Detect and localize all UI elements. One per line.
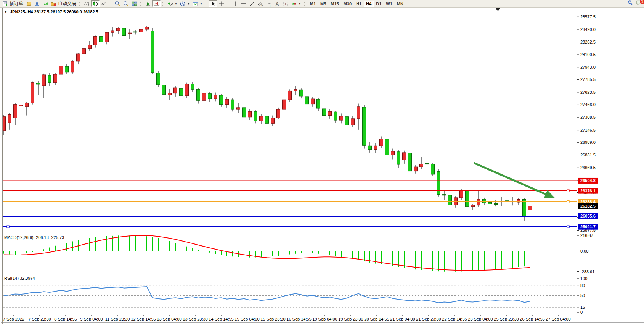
arrows-button[interactable]: ▼ — [290, 0, 302, 7]
timeframe-h1-button[interactable]: H1 — [354, 1, 364, 7]
macd-histogram-bar — [175, 243, 176, 251]
search-button[interactable] — [627, 0, 633, 7]
macd-histogram-bar — [318, 251, 319, 254]
time-tick-label: 15 Sep 04:00 — [234, 317, 259, 321]
macd-histogram-bar — [301, 251, 302, 253]
macd-tick-label: 0.00 — [580, 249, 588, 253]
templates-icon — [192, 1, 198, 7]
line-chart-button[interactable] — [100, 0, 108, 7]
macd-histogram-bar — [507, 251, 507, 268]
toolbar-separator — [304, 1, 306, 6]
zoom-in-button[interactable] — [113, 0, 122, 7]
time-tick-label: 25 Sep 23:30 — [494, 317, 519, 321]
horizontal-line-button[interactable] — [239, 0, 248, 7]
auto-scroll-button[interactable] — [144, 0, 152, 7]
svg-text:T: T — [284, 2, 287, 6]
timeframe-h4-button[interactable]: H4 — [364, 1, 374, 7]
candle-body — [334, 112, 337, 120]
candle-body — [128, 33, 132, 34]
timeframe-m30-button[interactable]: M30 — [341, 1, 354, 7]
candle-body — [174, 88, 177, 93]
macd-histogram-bar — [352, 251, 353, 259]
candle-body — [265, 116, 269, 124]
price-tick-label: 28100.5 — [580, 52, 596, 57]
time-tick-label: 22 Sep 14:55 — [442, 317, 467, 321]
bar-chart-button[interactable] — [83, 0, 91, 7]
timeframe-w1-button[interactable]: W1 — [384, 1, 395, 7]
price-tick-label: 27466.0 — [580, 102, 596, 107]
equidistant-channel-button[interactable]: E — [256, 0, 265, 7]
hline-handle[interactable] — [7, 226, 9, 228]
macd-histogram-bar — [272, 251, 273, 256]
price-label-26182.5: 26182.5 — [578, 203, 598, 209]
hline-handle[interactable] — [567, 201, 569, 203]
text-button[interactable]: A — [273, 0, 281, 7]
crosshair-button[interactable] — [217, 0, 226, 7]
timeframe-m5-button[interactable]: M5 — [318, 1, 328, 7]
macd-histogram-bar — [307, 251, 307, 253]
rsi-tick-label: 80 — [580, 283, 585, 288]
candle-body — [254, 111, 257, 121]
macd-histogram-bar — [26, 251, 27, 253]
price-label-26055.6: 26055.6 — [578, 213, 598, 219]
trend-line-button[interactable] — [248, 0, 256, 7]
candle-body — [100, 37, 103, 42]
macd-panel: 216.670.00-283.61 — [3, 233, 594, 274]
hline-handle[interactable] — [567, 190, 569, 192]
autotrading-button[interactable]: 自动交易 — [50, 0, 77, 7]
time-tick-label: 19 Sep 04:00 — [312, 317, 337, 321]
price-label-25921.7: 25921.7 — [578, 224, 598, 230]
candle-body — [65, 66, 69, 72]
fibonacci-button[interactable]: F — [265, 0, 273, 7]
toolbar-separator — [79, 1, 81, 6]
candle-body — [88, 45, 92, 48]
periods-button[interactable]: ▼ — [178, 0, 191, 7]
macd-histogram-bar — [9, 251, 10, 255]
vertical-line-button[interactable] — [231, 0, 239, 7]
candle-body — [345, 117, 349, 125]
charts-button[interactable] — [24, 0, 33, 7]
timeframe-mn-button[interactable]: MN — [395, 1, 406, 7]
candlestick-chart-button[interactable] — [91, 0, 100, 7]
macd-histogram-bar — [106, 236, 107, 251]
timeframe-m15-button[interactable]: M15 — [328, 1, 341, 7]
macd-histogram-bar — [66, 243, 67, 251]
zoom-in-icon — [114, 1, 120, 7]
macd-histogram-bar — [215, 251, 216, 254]
macd-histogram-bar — [89, 238, 90, 251]
macd-histogram-bar — [432, 251, 433, 271]
candle-body — [323, 109, 326, 116]
hline-handle[interactable] — [567, 226, 569, 228]
chart-shift-marker[interactable] — [496, 8, 500, 11]
macd-indicator-label: MACD(12,26,9) -206.13 -225.73 — [4, 235, 64, 240]
candle-body — [42, 75, 46, 86]
time-tick-label: 13 Sep 04:00 — [157, 317, 181, 321]
chart-left-border — [2, 7, 3, 324]
text-label-button[interactable]: T — [281, 0, 290, 7]
candle-body — [157, 73, 160, 85]
macd-histogram-bar — [135, 236, 136, 251]
time-axis[interactable]: 7 Sep 20227 Sep 23:308 Sep 14:559 Sep 04… — [3, 315, 571, 321]
chart-dropdown-icon[interactable]: ▼ — [4, 10, 7, 14]
candle-body — [48, 75, 51, 83]
timeframe-d1-button[interactable]: D1 — [374, 1, 384, 7]
time-tick-label: 7 Sep 23:30 — [28, 317, 51, 321]
price-tick-label: 27146.5 — [580, 128, 596, 132]
time-tick-label: 13 Sep 23:30 — [183, 317, 207, 321]
time-tick-label: 19 Sep 23:30 — [338, 317, 363, 321]
cursor-button[interactable] — [209, 0, 217, 7]
price-tick-label: 26989.0 — [580, 140, 596, 145]
timeframe-m1-button[interactable]: M1 — [308, 1, 318, 7]
indicators-button[interactable]: ▼ — [166, 0, 178, 7]
chat-button[interactable]: 1 — [636, 0, 642, 7]
new-order-button[interactable]: 新订单 — [1, 0, 24, 7]
chart-shift-button[interactable] — [152, 0, 161, 7]
alerts-button[interactable] — [41, 0, 50, 7]
tile-windows-button[interactable] — [130, 0, 138, 7]
zoom-out-button[interactable] — [122, 0, 130, 7]
chevron-down-icon: ▼ — [175, 2, 177, 5]
chevron-down-icon: ▼ — [200, 2, 202, 5]
profiles-button[interactable] — [33, 0, 41, 7]
templates-button[interactable]: ▼ — [191, 0, 204, 7]
price-tick-label: 26831.5 — [580, 153, 596, 157]
